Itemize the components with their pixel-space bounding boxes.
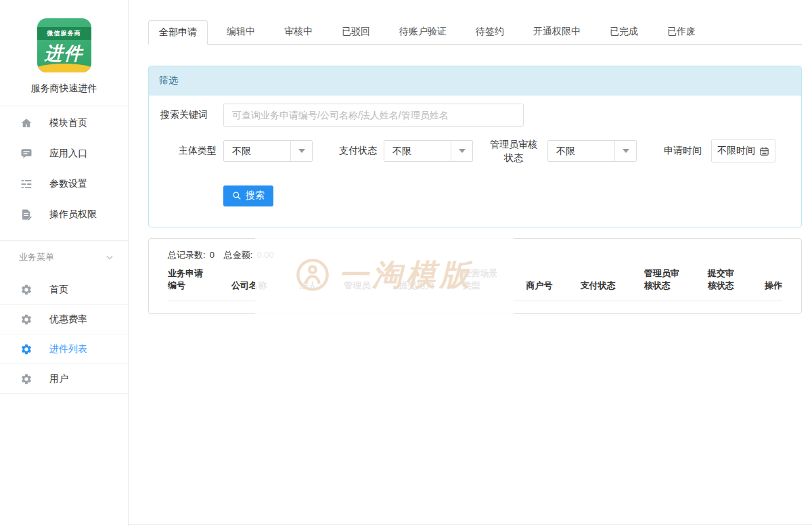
tab-voided[interactable]: 已作废 [657,20,706,44]
tab-under-review[interactable]: 审核中 [274,20,323,44]
pay-status-value: 不限 [384,141,451,161]
tab-permission-opening[interactable]: 开通权限中 [523,20,591,44]
records-count-value: 0 [210,250,215,260]
column-header-submit-audit-status: 提交审核状态 [708,267,739,293]
filter-panel-title: 筛选 [149,66,801,95]
total-amount-label: 总金额: [224,250,253,260]
subject-type-label: 主体类型 [159,145,217,157]
sidebar-item-discount-rate[interactable]: 优惠费率 [0,305,128,334]
tab-pending-account-verification[interactable]: 待账户验证 [389,20,457,44]
status-tab-bar: 全部申请 编辑中 审核中 已驳回 待账户验证 待签约 开通权限中 已完成 已作废 [148,20,802,45]
select-caret-button[interactable] [290,141,312,161]
logo-arc-decoration [37,64,91,72]
select-filters-row: 主体类型 不限 支付状态 不限 管理员审核状态 不限 申请时间 不限时间 [159,137,791,165]
sidebar-item-application-list[interactable]: 进件列表 [0,334,128,364]
main-content: 全部申请 编辑中 审核中 已驳回 待账户验证 待签约 开通权限中 已完成 已作废… [129,0,812,314]
sidebar-item-home[interactable]: 首页 [0,275,128,305]
app-logo: 微信服务商 进件 [37,18,91,72]
sidebar-section-business-menu[interactable]: 业务菜单 [0,241,128,273]
tab-all-applications[interactable]: 全部申请 [148,20,208,45]
column-header-legal-person: 法人 [299,280,319,292]
filter-panel-body: 搜索关键词 主体类型 不限 支付状态 不限 管理员审核状态 不限 [149,95,801,227]
tab-completed[interactable]: 已完成 [600,20,648,44]
sidebar-item-label: 进件列表 [49,343,87,355]
sidebar-item-operator-permissions[interactable]: 操作员权限 [0,199,128,229]
app-logo-area: 微信服务商 进件 服务商快速进件 [0,0,128,95]
column-header-administrator: 管理员 [344,280,374,292]
sidebar-item-label: 优惠费率 [49,313,87,326]
calendar-icon [759,146,769,156]
column-header-pay-status: 支付状态 [581,280,620,292]
table-header-row: 业务申请编号 公司名称 法人 管理员 提交用户 经营场景类型 商户号 支付状态 … [168,267,782,302]
sidebar-item-param-settings[interactable]: 参数设置 [0,169,128,199]
sidebar-item-module-home[interactable]: 模块首页 [0,108,128,138]
sidebar: 微信服务商 进件 服务商快速进件 模块首页 应用入口 参数设置 操作员权限 业务… [0,0,129,526]
results-summary: 总记录数:0总金额:0.00 [168,249,782,261]
subject-type-select[interactable]: 不限 [223,140,313,162]
keyword-label: 搜索关键词 [159,109,217,121]
sidebar-item-app-entry[interactable]: 应用入口 [0,138,128,169]
gear-icon [20,343,32,355]
pay-status-label: 支付状态 [339,145,377,157]
filter-panel: 筛选 搜索关键词 主体类型 不限 支付状态 不限 管理员审核状态 [148,66,802,227]
apply-time-picker[interactable]: 不限时间 [711,139,775,162]
caret-down-icon [459,149,466,153]
search-icon [232,191,242,200]
caret-down-icon [623,149,629,153]
records-count-label: 总记录数: [168,250,206,260]
logo-banner-text: 微信服务商 [37,27,91,40]
keyword-input[interactable] [223,104,524,127]
column-header-actions: 操作 [763,280,782,292]
column-header-business-scene-type: 经营场景类型 [462,267,501,293]
column-header-merchant-number: 商户号 [526,280,556,292]
caret-down-icon [298,149,305,153]
column-header-company-name: 公司名称 [231,280,275,292]
column-header-admin-audit-status: 管理员审核状态 [644,267,683,293]
sidebar-item-label: 应用入口 [49,148,87,160]
sidebar-item-label: 模块首页 [49,117,87,129]
app-title: 服务商快速进件 [0,83,128,95]
tab-editing[interactable]: 编辑中 [217,20,265,44]
gear-icon [20,284,32,296]
document-edit-icon [20,209,32,221]
sidebar-item-users[interactable]: 用户 [0,364,128,394]
footer-divider [129,524,812,525]
total-amount-value: 0.00 [256,250,273,260]
comment-icon [20,148,32,160]
home-icon [20,117,32,129]
select-caret-button[interactable] [614,141,636,161]
tab-rejected[interactable]: 已驳回 [332,20,380,44]
settings-list-icon [20,178,32,190]
admin-audit-status-value: 不限 [548,141,614,161]
sidebar-item-label: 首页 [49,284,68,296]
logo-main-text: 进件 [37,41,91,66]
tab-pending-signing[interactable]: 待签约 [466,20,514,44]
sidebar-item-label: 用户 [49,373,68,385]
column-header-application-number: 业务申请编号 [168,267,207,293]
sidebar-sub-menu: 首页 优惠费率 进件列表 用户 [0,273,128,394]
search-button-label: 搜索 [246,190,265,202]
apply-time-label: 申请时间 [664,145,702,157]
sidebar-section-label: 业务菜单 [19,251,54,263]
sidebar-item-label: 参数设置 [49,178,87,190]
keyword-row: 搜索关键词 [159,104,791,127]
column-header-submit-user: 提交用户 [399,280,438,292]
gear-icon [20,313,32,326]
subject-type-value: 不限 [224,141,290,161]
chevron-down-icon [105,253,114,262]
search-row: 搜索 [159,185,791,206]
sidebar-item-label: 操作员权限 [49,209,97,221]
search-button[interactable]: 搜索 [223,185,273,206]
admin-audit-status-select[interactable]: 不限 [547,140,637,162]
gear-icon [20,373,32,385]
results-panel: 总记录数:0总金额:0.00 业务申请编号 公司名称 法人 管理员 提交用户 经… [148,238,802,314]
pay-status-select[interactable]: 不限 [384,140,473,162]
sidebar-main-menu: 模块首页 应用入口 参数设置 操作员权限 [0,106,128,229]
admin-audit-status-label: 管理员审核状态 [489,137,538,165]
apply-time-value: 不限时间 [717,145,755,157]
select-caret-button[interactable] [451,141,472,161]
